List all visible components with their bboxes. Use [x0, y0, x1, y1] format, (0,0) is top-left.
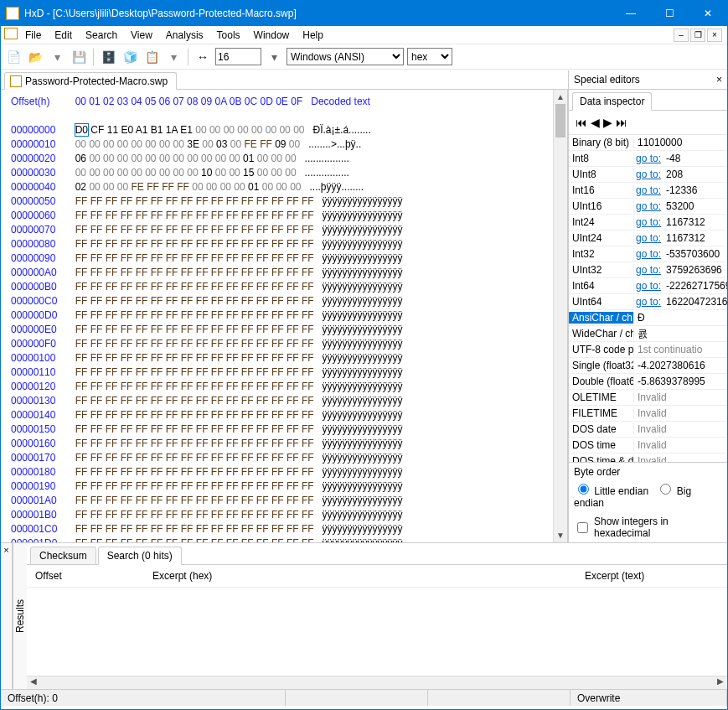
inspector-row[interactable]: FILETIMEInvalid [569, 406, 727, 422]
tab-checksum[interactable]: Checksum [30, 547, 96, 565]
mdi-minimize-button[interactable]: – [674, 29, 689, 42]
dropdown-icon[interactable]: ▾ [48, 48, 66, 66]
menu-app-icon[interactable] [4, 28, 18, 39]
inspector-key: UInt16 [569, 200, 634, 212]
maximize-button[interactable]: ☐ [650, 1, 689, 26]
inspector-value: -12336 [663, 184, 727, 196]
representation-select[interactable]: hex [407, 48, 452, 65]
inspector-row[interactable]: UInt64go to:162204723167 [569, 294, 727, 310]
inspector-row[interactable]: Int8go to:-48 [569, 151, 727, 167]
inspector-row[interactable]: AnsiChar / chÐ [569, 310, 727, 326]
mdi-close-button[interactable]: × [707, 29, 722, 42]
inspector-value: -22262717569 [663, 280, 727, 292]
open-disk-icon[interactable]: 🗄️ [99, 48, 117, 66]
inspector-value: Invalid [634, 455, 727, 462]
goto-link[interactable]: go to: [634, 184, 663, 196]
goto-link[interactable]: go to: [634, 232, 663, 244]
inspector-key: Int32 [569, 248, 634, 260]
inspector-row[interactable]: UInt24go to:1167312 [569, 231, 727, 246]
radio-little-endian[interactable]: Little endian [574, 485, 648, 497]
inspector-key: Double (float6 [569, 376, 634, 387]
menu-tools[interactable]: Tools [211, 28, 246, 43]
inspector-row[interactable]: Double (float6-5.8639378995 [569, 374, 727, 390]
menu-help[interactable]: Help [297, 28, 329, 43]
new-file-icon[interactable]: 📄 [4, 48, 23, 66]
status-bar: Offset(h): 0 Overwrite [1, 689, 727, 706]
checkbox-hex-integers[interactable] [577, 522, 588, 533]
inspector-value: 3759263696 [663, 264, 727, 276]
inspector-row[interactable]: UInt16go to:53200 [569, 199, 727, 215]
goto-link[interactable]: go to: [634, 200, 663, 212]
prev-byte-icon[interactable]: ◀ [591, 116, 600, 129]
goto-link[interactable]: go to: [634, 280, 663, 292]
menu-window[interactable]: Window [248, 28, 296, 43]
last-byte-icon[interactable]: ⏭ [616, 116, 627, 129]
inspector-value: -5.8639378995 [634, 376, 727, 387]
inspector-row[interactable]: UInt32go to:3759263696 [569, 262, 727, 278]
inspector-row[interactable]: DOS dateInvalid [569, 422, 727, 438]
open-process-icon[interactable]: 📋 [142, 48, 161, 66]
encoding-select[interactable]: Windows (ANSI) [287, 48, 404, 65]
inspector-key: DOS date [569, 423, 634, 435]
inspector-key: AnsiChar / ch [569, 312, 634, 324]
byte-width-input[interactable] [215, 48, 261, 65]
first-byte-icon[interactable]: ⏮ [576, 116, 587, 129]
scroll-up-icon[interactable]: ▲ [554, 90, 567, 104]
inspector-key: OLETIME [569, 391, 634, 403]
inspector-row[interactable]: Int32go to:-535703600 [569, 246, 727, 262]
inspector-row[interactable]: Int16go to:-12336 [569, 183, 727, 199]
results-list[interactable] [27, 588, 727, 676]
results-side-label: Results [13, 543, 27, 689]
document-tabs: Password-Protected-Macro.swp Special edi… [1, 70, 727, 90]
inspector-row[interactable]: UInt8go to:208 [569, 167, 727, 183]
inspector-row[interactable]: Binary (8 bit)11010000 [569, 135, 727, 151]
minimize-button[interactable]: — [612, 1, 650, 26]
mdi-restore-button[interactable]: ❐ [690, 29, 705, 42]
goto-link[interactable]: go to: [634, 168, 663, 180]
save-icon[interactable]: 💾 [70, 48, 88, 66]
inspector-row[interactable]: OLETIMEInvalid [569, 390, 727, 406]
inspector-key: UInt64 [569, 296, 634, 308]
dropdown2-icon[interactable]: ▾ [164, 48, 183, 66]
hex-vertical-scrollbar[interactable]: ▲ ▼ [553, 90, 567, 542]
inspector-value: -535703600 [663, 248, 727, 260]
goto-link[interactable]: go to: [634, 264, 663, 276]
menu-edit[interactable]: Edit [49, 28, 78, 43]
close-button[interactable]: ✕ [689, 1, 727, 26]
results-horizontal-scrollbar[interactable]: ◀ ▶ [27, 676, 727, 689]
special-editors-close-icon[interactable]: × [716, 74, 722, 86]
inspector-row[interactable]: WideChar / ch쿐 [569, 326, 727, 342]
goto-link[interactable]: go to: [634, 216, 663, 228]
tab-search[interactable]: Search (0 hits) [98, 547, 182, 565]
menu-view[interactable]: View [125, 28, 158, 43]
inspector-value: Invalid [634, 423, 727, 435]
inspector-row[interactable]: DOS timeInvalid [569, 438, 727, 453]
scroll-thumb[interactable] [555, 104, 565, 137]
document-tab[interactable]: Password-Protected-Macro.swp [4, 72, 177, 90]
inspector-row[interactable]: UTF-8 code po1st continuatio [569, 342, 727, 358]
inspector-key: DOS time & d [569, 455, 634, 462]
inspector-row[interactable]: DOS time & dInvalid [569, 453, 727, 462]
menu-search[interactable]: Search [80, 28, 123, 43]
toolbar: 📄 📂 ▾ 💾 🗄️ 🧊 📋 ▾ ↔ ▾ Windows (ANSI) hex [1, 44, 727, 70]
goto-link[interactable]: go to: [634, 248, 663, 260]
results-close-icon[interactable]: × [1, 543, 13, 689]
next-byte-icon[interactable]: ▶ [603, 116, 612, 129]
menu-file[interactable]: File [19, 28, 47, 43]
goto-link[interactable]: go to: [634, 296, 663, 308]
inspector-row[interactable]: Int64go to:-22262717569 [569, 278, 727, 294]
tab-data-inspector[interactable]: Data inspector [572, 92, 652, 111]
scroll-right-icon[interactable]: ▶ [714, 676, 727, 689]
open-ram-icon[interactable]: 🧊 [121, 48, 139, 66]
menu-analysis[interactable]: Analysis [160, 28, 209, 43]
goto-link[interactable]: go to: [634, 153, 663, 164]
inspector-key: UInt8 [569, 168, 634, 180]
scroll-left-icon[interactable]: ◀ [27, 676, 40, 689]
open-file-icon[interactable]: 📂 [26, 48, 44, 66]
width-stepper-icon[interactable]: ▾ [265, 48, 283, 66]
inspector-row[interactable]: Int24go to:1167312 [569, 215, 727, 231]
inspector-row[interactable]: Single (float32-4.2027380616 [569, 358, 727, 374]
scroll-down-icon[interactable]: ▼ [554, 528, 567, 542]
hex-editor[interactable]: Offset(h) 00 01 02 03 04 05 06 07 08 09 … [1, 90, 568, 542]
inspector-key: Single (float32 [569, 360, 634, 371]
